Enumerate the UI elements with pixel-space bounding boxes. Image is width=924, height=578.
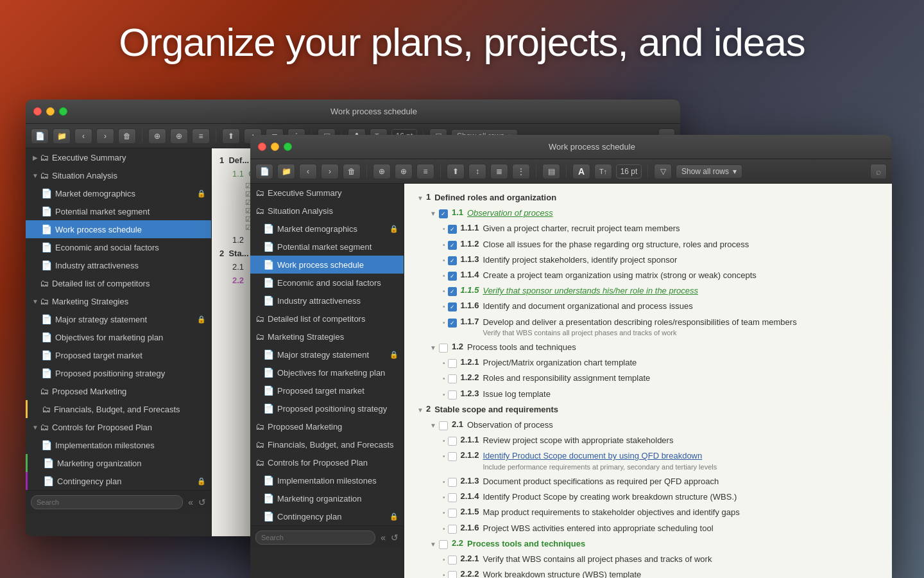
checkbox-1-2-2[interactable] [448, 374, 457, 383]
checkbox-1-1-7[interactable]: ✓ [448, 319, 457, 328]
search-input-front[interactable] [255, 530, 375, 545]
sidebar-item-competitors[interactable]: 🗂 Detailed list of competitors [26, 274, 211, 292]
close-button-front[interactable] [258, 143, 266, 151]
sidebar-item-market-dem-front[interactable]: 📄 Market demographics 🔒 [250, 220, 404, 238]
filter-btn-front[interactable]: ▽ [654, 164, 672, 179]
indent-btn2f[interactable]: ⊕ [395, 164, 413, 179]
new-doc-btn-back[interactable]: 📄 [31, 128, 49, 144]
checkbox-1-1-6[interactable]: ✓ [448, 302, 457, 311]
close-button-back[interactable] [33, 107, 42, 116]
open-btn-back[interactable]: 📁 [53, 128, 71, 144]
sidebar-item-positioning-front[interactable]: 📄 Proposed positioning strategy [250, 399, 404, 417]
align-top-btn[interactable]: ⬆ [222, 128, 240, 144]
checkbox-2-1-4[interactable] [448, 493, 457, 502]
sidebar-item-mktg-org-front[interactable]: 📄 Marketing organization [250, 489, 404, 507]
minimize-button-front[interactable] [271, 143, 279, 151]
sidebar-item-work-process-front[interactable]: 📄 Work process schedule [250, 256, 404, 274]
nav-fwd-btn[interactable]: › [96, 128, 114, 144]
checkbox-1-1-3[interactable]: ✓ [448, 256, 457, 265]
search-input-back[interactable] [31, 495, 183, 509]
indent-btn3f[interactable]: ≡ [416, 164, 434, 179]
link-label-2-1-2[interactable]: Identify Product Scope document by using… [483, 451, 702, 460]
sidebar-item-economic-front[interactable]: 📄 Economic and social factors [250, 274, 404, 292]
checkbox-1-1[interactable]: ✓ [439, 209, 448, 218]
sidebar-item-implementation[interactable]: 📄 Implementation milestones [26, 436, 211, 454]
sidebar-item-work-process[interactable]: 📄 Work process schedule [26, 220, 211, 238]
disclosure-arrow[interactable]: ▼ [417, 195, 424, 202]
sidebar-item-controls[interactable]: ▼ 🗂 Controls for Proposed Plan [26, 418, 211, 436]
open-btn-front[interactable]: 📁 [277, 164, 295, 179]
style-btnf[interactable]: ▤ [542, 164, 560, 179]
disclosure-arrow[interactable]: ▼ [417, 407, 424, 414]
align-rows-btnf[interactable]: ≣ [490, 164, 508, 179]
align-top-btnf[interactable]: ⬆ [447, 164, 465, 179]
sidebar-item-financials-front[interactable]: 🗂 Financials, Budget, and Forecasts [250, 435, 404, 453]
indent-btn3[interactable]: ≡ [192, 128, 210, 144]
sidebar-item-potential-market[interactable]: 📄 Potential market segment [26, 202, 211, 220]
sidebar-item-potential-front[interactable]: 📄 Potential market segment [250, 238, 404, 256]
disclosure-arrow[interactable]: ▼ [430, 422, 436, 429]
checkbox-1-2-3[interactable] [448, 390, 457, 399]
checkbox-1-2-1[interactable] [448, 359, 457, 368]
search-btn-front[interactable]: ⌕ [870, 164, 887, 179]
checkbox-1-1-5[interactable]: ✓ [448, 287, 457, 296]
checkbox-1-1-4[interactable]: ✓ [448, 272, 457, 281]
checkbox-2-2-1[interactable] [448, 556, 457, 565]
checkbox-2-1-6[interactable] [448, 525, 457, 534]
disclosure-arrow[interactable]: ▼ [430, 210, 436, 217]
indent-btn1[interactable]: ⊕ [148, 128, 166, 144]
sidebar-item-objectives[interactable]: 📄 Objectives for marketing plan [26, 328, 211, 346]
nav-back-btn[interactable]: ‹ [74, 128, 92, 144]
checkbox-2-1-3[interactable] [448, 478, 457, 487]
sidebar-item-situation-analysis[interactable]: ▼ 🗂 Situation Analysis [26, 166, 211, 184]
show-rows-btn-front[interactable]: Show all rows ▾ [676, 164, 742, 179]
checkbox-2-2[interactable] [439, 540, 448, 549]
checkbox-1-2[interactable] [439, 344, 448, 353]
fullscreen-button-back[interactable] [59, 107, 67, 116]
sidebar-item-marketing-strategies[interactable]: ▼ 🗂 Marketing Strategies [26, 292, 211, 310]
sidebar-item-marketing-str-front[interactable]: 🗂 Marketing Strategies [250, 328, 404, 346]
collapse-btn-front[interactable]: « [381, 532, 386, 543]
refresh-btn-front[interactable]: ↺ [391, 532, 398, 543]
sidebar-item-contingency[interactable]: 📄 Contingency plan 🔒 [26, 472, 211, 490]
disclosure-arrow[interactable]: ▼ [430, 541, 436, 548]
font-size-input-front[interactable] [616, 164, 642, 179]
fullscreen-button-front[interactable] [284, 143, 292, 151]
sidebar-item-target-market[interactable]: 📄 Proposed target market [26, 346, 211, 364]
minimize-button-back[interactable] [46, 107, 55, 116]
collapse-btn-back[interactable]: « [188, 497, 193, 507]
sidebar-item-competitors-front[interactable]: 🗂 Detailed list of competitors [250, 310, 404, 328]
sidebar-item-positioning[interactable]: 📄 Proposed positioning strategy [26, 364, 211, 382]
indent-btn2[interactable]: ⊕ [170, 128, 188, 144]
checkbox-2-2-2[interactable] [448, 571, 457, 578]
delete-btn-front[interactable]: 🗑 [343, 164, 361, 179]
sidebar-item-contingency-front[interactable]: 📄 Contingency plan 🔒 [250, 507, 404, 525]
sidebar-item-situation-front[interactable]: 🗂 Situation Analysis [250, 202, 404, 220]
sidebar-item-proposed-mktg-front[interactable]: 🗂 Proposed Marketing [250, 417, 404, 435]
sidebar-item-major-str-front[interactable]: 📄 Major strategy statement 🔒 [250, 346, 404, 363]
sidebar-item-target-front[interactable]: 📄 Proposed target market [250, 381, 404, 399]
sidebar-item-impl-front[interactable]: 📄 Implementation milestones [250, 471, 404, 489]
sidebar-item-industry[interactable]: 📄 Industry attractiveness [26, 256, 211, 274]
nav-fwd-btn-front[interactable]: › [321, 164, 339, 179]
refresh-btn-back[interactable]: ↺ [198, 497, 206, 507]
checkbox-2-1[interactable] [439, 421, 448, 430]
sidebar-item-market-demographics[interactable]: 📄 Market demographics 🔒 [26, 184, 211, 202]
sidebar-item-industry-front[interactable]: 📄 Industry attractiveness [250, 292, 404, 310]
checkbox-2-1-1[interactable] [448, 437, 457, 446]
nav-back-btn-front[interactable]: ‹ [299, 164, 317, 179]
align-mid-btnf[interactable]: ↕ [468, 164, 486, 179]
align-cols-btnf[interactable]: ⋮ [512, 164, 530, 179]
sidebar-item-marketing-org[interactable]: 📄 Marketing organization [26, 454, 211, 472]
new-doc-btn-front[interactable]: 📄 [255, 164, 273, 179]
disclosure-arrow[interactable]: ▼ [430, 344, 436, 351]
sidebar-item-major-strategy[interactable]: 📄 Major strategy statement 🔒 [26, 310, 211, 328]
checkbox-1-1-1[interactable]: ✓ [448, 225, 457, 234]
sidebar-item-objectives-front[interactable]: 📄 Objectives for marketing plan [250, 363, 404, 381]
indent-btn1f[interactable]: ⊕ [373, 164, 391, 179]
sidebar-item-executive-summary[interactable]: ▶ 🗂 Executive Summary [26, 148, 211, 166]
sidebar-item-economic[interactable]: 📄 Economic and social factors [26, 238, 211, 256]
checkbox-2-1-5[interactable] [448, 509, 457, 518]
checkbox-1-1-2[interactable]: ✓ [448, 241, 457, 250]
sidebar-item-exec-front[interactable]: 🗂 Executive Summary [250, 184, 404, 202]
